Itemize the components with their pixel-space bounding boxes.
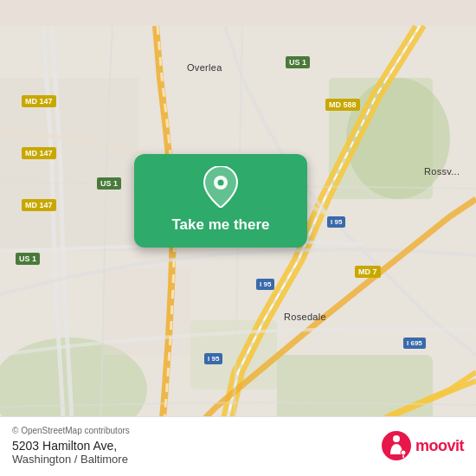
- road-sign-md147-2: MD 147: [22, 147, 56, 159]
- svg-point-12: [401, 450, 406, 455]
- copyright-text: © OpenStreetMap contributors: [12, 426, 130, 435]
- map-label-rossv: Rossv...: [424, 166, 460, 177]
- address-text: 5203 Hamilton Ave,: [12, 439, 130, 453]
- address-section: © OpenStreetMap contributors 5203 Hamilt…: [12, 426, 130, 466]
- road-sign-md147-1: MD 147: [22, 95, 56, 107]
- moovit-logo: moovit: [381, 430, 464, 461]
- svg-point-9: [218, 180, 224, 186]
- take-me-there-label: Take me there: [171, 216, 269, 234]
- road-sign-us1-mid: US 1: [97, 177, 121, 190]
- road-sign-i695: I 695: [403, 338, 426, 349]
- map-container: US 1 MD 147 MD 147 MD 147 US 1 US 1 I 95…: [0, 0, 476, 476]
- road-sign-i95-2: I 95: [256, 279, 274, 290]
- bottom-info-bar: © OpenStreetMap contributors 5203 Hamilt…: [0, 416, 476, 476]
- road-sign-i95-3: I 95: [204, 353, 222, 364]
- road-sign-us1-top: US 1: [286, 56, 310, 68]
- location-pin-icon: [200, 166, 241, 208]
- svg-point-11: [393, 435, 400, 442]
- road-sign-md7: MD 7: [355, 266, 381, 278]
- road-sign-us1-low: US 1: [16, 253, 40, 265]
- city-text: Washington / Baltimore: [12, 453, 130, 466]
- road-sign-md588: MD 588: [325, 99, 360, 111]
- map-label-rosedale: Rosedale: [284, 312, 326, 322]
- map-label-overlea: Overlea: [187, 62, 222, 73]
- road-sign-md147-3: MD 147: [22, 199, 56, 211]
- take-me-there-card[interactable]: Take me there: [134, 154, 307, 248]
- road-sign-i95-1: I 95: [327, 216, 345, 228]
- moovit-brand-text: moovit: [415, 437, 464, 455]
- svg-rect-6: [0, 78, 138, 251]
